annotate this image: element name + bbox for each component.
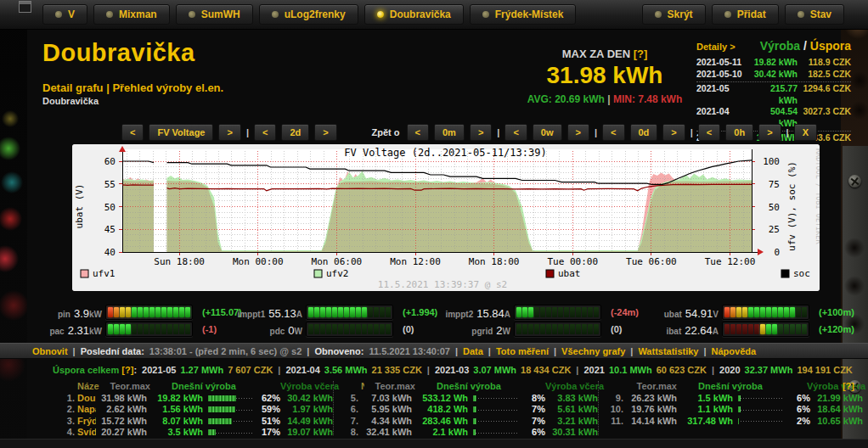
- savings-energy: 32.37 MWh: [745, 365, 793, 375]
- graph-prev-button[interactable]: <: [121, 124, 144, 141]
- back-0h-next-button[interactable]: >: [758, 124, 781, 141]
- led-segment: [368, 324, 373, 334]
- gauge-bar-ubat: [722, 305, 809, 320]
- back-0d-prev-button[interactable]: <: [602, 124, 624, 141]
- plant-rank: 6.: [338, 404, 358, 415]
- plant-yesterday-value: 3.83 kWh: [545, 393, 598, 404]
- led-segment: [546, 324, 551, 334]
- legend-swatch-ufv1: [81, 270, 88, 277]
- range-next-button[interactable]: >: [314, 124, 336, 141]
- wattstatistiky-link[interactable]: Wattstatistiky: [638, 346, 698, 356]
- y-right-tick: 75: [769, 179, 780, 190]
- production-period-row: 2021-05-1030.42 kWh182.5 CZK: [696, 69, 851, 81]
- max-help-icon[interactable]: [?]: [634, 48, 648, 60]
- gauge-unit: V: [713, 310, 719, 319]
- back-0h-prev-button[interactable]: <: [698, 124, 720, 141]
- plant-yesterday-value: 10.65 kWh: [810, 416, 863, 427]
- tab-label: Doubravička: [390, 8, 451, 20]
- button-label: Stav: [810, 8, 831, 20]
- gauge-unit: kW: [89, 310, 102, 319]
- window-icon: [19, 1, 31, 13]
- led-segment: [132, 324, 137, 334]
- data-link[interactable]: Data: [463, 346, 483, 356]
- nav-tab-doubravi-ka[interactable]: Doubravička: [364, 4, 464, 25]
- status-sep: |: [630, 346, 633, 356]
- p-idat-button[interactable]: Přidat: [712, 4, 779, 25]
- plant-progress-bar: [208, 406, 254, 412]
- led-segment: [149, 307, 155, 317]
- back-0w-button[interactable]: 0w: [533, 124, 562, 141]
- led-segment: [167, 324, 172, 334]
- led-segment: [138, 324, 143, 334]
- back-0m-next-button[interactable]: >: [470, 124, 492, 141]
- plant-rank: 1.: [54, 393, 75, 404]
- v-echny-grafy-link[interactable]: Všechny grafy: [561, 346, 625, 356]
- table-divider: [598, 381, 599, 435]
- details-link[interactable]: Detaily >: [696, 42, 736, 52]
- led-segment: [308, 307, 313, 317]
- tab-label: SumWH: [201, 8, 240, 20]
- gauge-label-pin: pin3.9kW: [0, 305, 102, 320]
- obnovit-link[interactable]: Obnovit: [32, 346, 68, 356]
- plant-name-link[interactable]: Doubravička: [77, 393, 96, 404]
- toto-m-en-link[interactable]: Toto měření: [496, 346, 549, 356]
- n-pov-da-link[interactable]: Nápověda: [712, 346, 757, 356]
- led-segment: [108, 307, 113, 317]
- led-segment: [320, 324, 325, 334]
- nav-tab-fr-dek-m-stek[interactable]: Frýdek-Místek: [470, 4, 577, 25]
- back-0h-button[interactable]: 0h: [725, 124, 753, 141]
- avg-value: 20.69 kWh: [555, 93, 605, 105]
- plant-rank: 11.: [603, 416, 623, 427]
- plant-name-link[interactable]: Napajedla: [77, 404, 96, 415]
- gauge-label-ubat: ubat54.91V: [600, 305, 719, 320]
- close-chart-button[interactable]: X: [794, 124, 817, 141]
- nav-tab-ulog2frenky[interactable]: uLog2frenky: [259, 4, 358, 25]
- back-0w-prev-button[interactable]: <: [504, 124, 527, 141]
- graph-name-button[interactable]: FV Voltage: [149, 124, 213, 141]
- plant-yesterday-value: 18.64 kWh: [810, 404, 863, 415]
- skr-t-button[interactable]: Skrýt: [642, 4, 706, 25]
- detail-grafu-link[interactable]: Detail grafu: [42, 81, 104, 94]
- legend-label-ufv1: ufv1: [93, 268, 116, 279]
- back-0d-next-button[interactable]: >: [662, 124, 685, 141]
- plant-name-link[interactable]: Frýdek-Místek: [77, 416, 96, 427]
- y-left-tick: 55: [104, 179, 116, 190]
- prehled-vyroby-link[interactable]: Přehled výroby el.en.: [112, 81, 223, 94]
- nav-tab-mixman[interactable]: Mixman: [93, 4, 170, 25]
- led-segment: [114, 324, 119, 334]
- chart-toolbar: < FV Voltage > | < 2d > Zpět o <0m>|<0w>…: [72, 123, 817, 142]
- energy-value: 215.77 kWh: [752, 83, 798, 106]
- stav-button[interactable]: Stav: [785, 4, 844, 25]
- savings-period: 2021-04: [285, 365, 319, 375]
- plant-name-link[interactable]: Svídnice: [77, 427, 96, 438]
- max-value: 31.98 kWh: [520, 62, 690, 89]
- range-button[interactable]: 2d: [281, 124, 309, 141]
- led-segment: [570, 324, 575, 334]
- savings-period: 2020: [719, 365, 740, 375]
- nav-tab-sumwh[interactable]: SumWH: [176, 4, 253, 25]
- tab-label: Mixman: [119, 8, 157, 20]
- savings-help-icon[interactable]: [?]: [121, 365, 133, 375]
- gauge-name: pdc: [270, 327, 285, 336]
- plant-progress-fill: [473, 418, 476, 424]
- led-segment: [588, 324, 593, 334]
- device-name: Doubravička: [42, 96, 99, 106]
- gauge-label-imppt2: imppt215.84A: [392, 305, 510, 320]
- range-prev-button[interactable]: <: [254, 124, 276, 141]
- back-0m-button[interactable]: 0m: [434, 124, 465, 141]
- back-0m-prev-button[interactable]: <: [407, 124, 429, 141]
- savings-period: 2021: [583, 365, 604, 375]
- back-0d-button[interactable]: 0d: [630, 124, 658, 141]
- nav-tab-v[interactable]: V: [42, 4, 87, 25]
- graph-next-button[interactable]: >: [218, 124, 240, 141]
- plant-rank: 10.: [603, 404, 623, 415]
- plants-help-icon[interactable]: [?]: [843, 381, 854, 391]
- avg-min-line: AVG: 20.69 kWh | MIN: 7.48 kWh: [520, 93, 690, 105]
- led-segment: [332, 307, 337, 317]
- led-segment: [114, 307, 119, 317]
- back-0w-next-button[interactable]: >: [567, 124, 589, 141]
- led-segment: [784, 307, 789, 317]
- led-segment: [161, 324, 166, 334]
- plant-rank: 8.: [338, 427, 358, 438]
- led-segment: [748, 307, 753, 317]
